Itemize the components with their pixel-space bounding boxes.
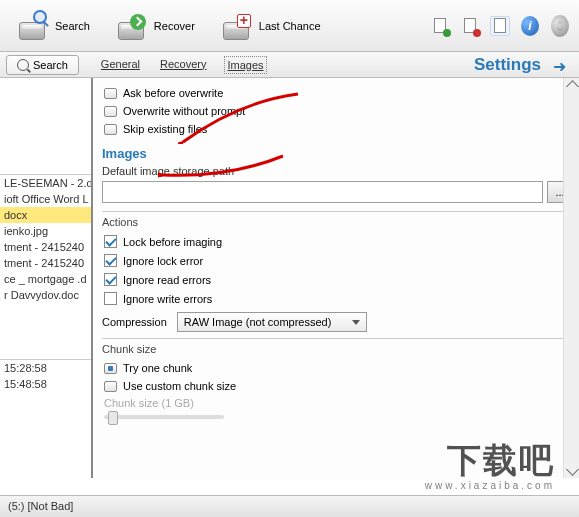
option-skip-existing[interactable]: Skip existing files [102,120,573,138]
disk-search-icon [17,10,49,42]
check-ignore-read[interactable]: Ignore read errors [102,270,573,289]
option-overwrite-without-prompt[interactable]: Overwrite without prompt [102,102,573,120]
toolbar-recover-button[interactable]: Recover [105,5,206,47]
compression-select[interactable]: RAW Image (not compressed) [177,312,367,332]
settings-gear-icon[interactable] [550,16,570,36]
list-item[interactable]: ce _ mortgage .d [0,271,91,287]
option-ask-overwrite[interactable]: Ask before overwrite [102,84,573,102]
radio-icon [104,88,117,99]
tab-recovery[interactable]: Recovery [158,56,208,74]
option-label: Skip existing files [123,123,207,135]
list-item[interactable]: ienko.jpg [0,223,91,239]
list-item[interactable]: docx [0,207,91,223]
checkbox-icon [104,292,117,305]
checkbox-icon [104,235,117,248]
chunk-size-label: Chunk size (1 GB) [104,397,571,409]
tab-general[interactable]: General [99,56,142,74]
settings-tabs: General Recovery Images [99,56,267,74]
disk-recover-icon [116,10,148,42]
time-row: 15:28:58 [0,360,91,376]
radio-icon [104,124,117,135]
check-ignore-write[interactable]: Ignore write errors [102,289,573,308]
chunk-group-title: Chunk size [102,343,573,355]
radio-icon [104,106,117,117]
disk-last-chance-icon [221,10,253,42]
list-item[interactable]: tment - 2415240 [0,255,91,271]
watermark-url: www.xiazaiba.com [425,480,555,491]
actions-group-title: Actions [102,216,573,228]
option-label: Ignore lock error [123,255,203,267]
toolbar-search-label: Search [55,20,90,32]
option-label: Use custom chunk size [123,380,236,392]
radio-icon [104,363,117,374]
option-custom-chunk[interactable]: Use custom chunk size [102,377,573,395]
list-item[interactable]: LE-SEEMAN - 2.d [0,175,91,191]
option-label: Ask before overwrite [123,87,223,99]
toolbar-last-chance-label: Last Chance [259,20,321,32]
toolbar-last-chance-button[interactable]: Last Chance [210,5,332,47]
option-label: Ignore write errors [123,293,212,305]
search-icon [17,59,29,71]
search-tab-button[interactable]: Search [6,55,79,75]
check-lock-before[interactable]: Lock before imaging [102,232,573,251]
check-ignore-lock[interactable]: Ignore lock error [102,251,573,270]
main-toolbar: Search Recover Last Chance i [0,0,579,52]
info-icon[interactable]: i [520,16,540,36]
checkbox-icon [104,273,117,286]
sub-toolbar: Search General Recovery Images Settings … [0,52,579,78]
radio-icon [104,381,117,392]
vertical-scrollbar[interactable] [563,78,579,478]
default-path-label: Default image storage path [102,165,573,177]
default-path-input[interactable] [102,181,543,203]
settings-title: Settings [474,55,541,75]
status-bar: (5:) [Not Bad] [0,495,579,517]
doc-add-icon[interactable] [430,16,450,36]
list-item[interactable]: tment - 2415240 [0,239,91,255]
images-section-title: Images [102,146,573,161]
list-item[interactable]: r Davvydov.doc [0,287,91,303]
settings-panel: Ask before overwrite Overwrite without p… [93,78,579,478]
option-label: Overwrite without prompt [123,105,245,117]
option-label: Lock before imaging [123,236,222,248]
file-list-sidebar: LE-SEEMAN - 2.d ioft Office Word L docx … [0,78,93,478]
doc-icon[interactable] [490,16,510,36]
chunk-size-slider[interactable] [104,415,224,419]
option-label: Ignore read errors [123,274,211,286]
checkbox-icon [104,254,117,267]
compression-value: RAW Image (not compressed) [184,316,332,328]
toolbar-recover-label: Recover [154,20,195,32]
list-item[interactable]: ioft Office Word L [0,191,91,207]
compression-label: Compression [102,316,167,328]
time-row: 15:48:58 [0,376,91,392]
forward-arrow-icon[interactable]: ➜ [553,57,569,73]
option-label: Try one chunk [123,362,192,374]
option-try-one-chunk[interactable]: Try one chunk [102,359,573,377]
tab-images[interactable]: Images [224,56,266,74]
toolbar-search-button[interactable]: Search [6,5,101,47]
search-tab-label: Search [33,59,68,71]
doc-remove-icon[interactable] [460,16,480,36]
